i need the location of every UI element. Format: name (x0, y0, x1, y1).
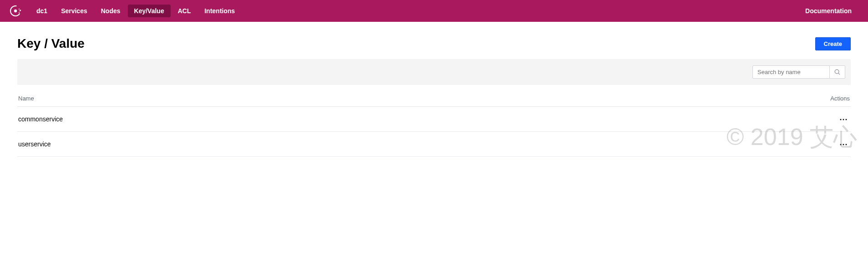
search-wrap (752, 65, 845, 79)
table-row: commonservice ⋯ (17, 107, 851, 132)
top-nav: dc1 Services Nodes Key/Value ACL Intenti… (0, 0, 868, 22)
page-content: Key / Value Create Name Actions commonse… (0, 22, 868, 157)
nav-intentions[interactable]: Intentions (198, 5, 241, 17)
nav-acl[interactable]: ACL (172, 5, 197, 17)
kv-name-link[interactable]: commonservice (18, 115, 63, 123)
svg-line-6 (838, 73, 840, 75)
kv-name-link[interactable]: userservice (18, 140, 51, 148)
svg-point-4 (19, 12, 20, 13)
table-row: userservice ⋯ (17, 132, 851, 157)
search-icon (834, 69, 841, 75)
page-title: Key / Value (17, 36, 85, 51)
more-actions-icon[interactable]: ⋯ (838, 113, 850, 125)
svg-point-2 (19, 9, 20, 10)
table-header: Name Actions (17, 95, 851, 107)
search-input[interactable] (752, 65, 830, 79)
consul-logo-icon[interactable] (9, 5, 22, 17)
more-actions-icon[interactable]: ⋯ (838, 138, 850, 150)
page-header: Key / Value Create (17, 36, 851, 51)
nav-services[interactable]: Services (55, 5, 94, 17)
nav-keyvalue[interactable]: Key/Value (128, 5, 171, 17)
nav-datacenter[interactable]: dc1 (30, 5, 54, 17)
search-button[interactable] (830, 65, 845, 79)
create-button[interactable]: Create (815, 37, 851, 50)
svg-point-3 (19, 10, 20, 11)
svg-point-1 (14, 10, 17, 12)
col-actions-header: Actions (830, 95, 850, 102)
nav-documentation[interactable]: Documentation (799, 5, 858, 17)
svg-point-5 (835, 70, 839, 74)
search-bar (17, 59, 851, 85)
kv-table: Name Actions commonservice ⋯ userservice… (17, 95, 851, 157)
col-name-header: Name (18, 95, 34, 102)
nav-nodes[interactable]: Nodes (95, 5, 127, 17)
